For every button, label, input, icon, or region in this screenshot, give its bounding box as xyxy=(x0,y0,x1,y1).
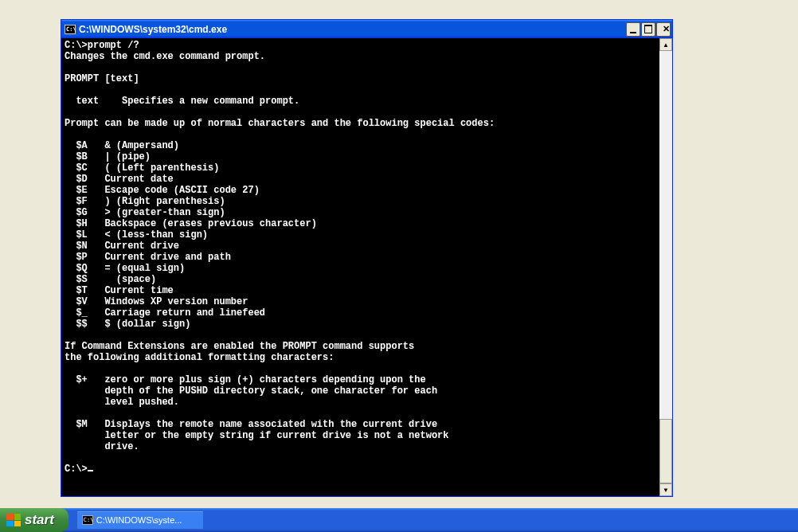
scroll-thumb[interactable] xyxy=(659,419,672,483)
minimize-button[interactable] xyxy=(626,22,640,37)
cmd-icon: C:\ xyxy=(82,515,93,525)
scroll-down-button[interactable]: ▼ xyxy=(659,483,672,496)
terminal-output[interactable]: C:\>prompt /? Changes the cmd.exe comman… xyxy=(61,38,659,496)
taskbar-item-label: C:\WINDOWS\syste... xyxy=(96,515,182,525)
close-button[interactable]: ✕ xyxy=(656,22,671,37)
cmd-icon: C:\ xyxy=(65,25,76,34)
scroll-track[interactable] xyxy=(659,51,672,483)
windows-logo-icon xyxy=(6,514,21,526)
titlebar[interactable]: C:\ C:\WINDOWS\system32\cmd.exe ✕ xyxy=(61,20,672,38)
start-button[interactable]: start xyxy=(0,508,68,532)
maximize-button[interactable] xyxy=(641,22,655,37)
window-title: C:\WINDOWS\system32\cmd.exe xyxy=(79,24,626,35)
vertical-scrollbar[interactable]: ▲ ▼ xyxy=(659,38,672,496)
window-controls: ✕ xyxy=(626,22,671,37)
client-area: C:\>prompt /? Changes the cmd.exe comman… xyxy=(61,38,672,496)
cmd-window: C:\ C:\WINDOWS\system32\cmd.exe ✕ C:\>pr… xyxy=(61,19,673,497)
cursor xyxy=(88,470,93,471)
scroll-up-button[interactable]: ▲ xyxy=(659,38,672,51)
taskbar-item-cmd[interactable]: C:\ C:\WINDOWS\syste... xyxy=(76,510,204,530)
taskbar: start C:\ C:\WINDOWS\syste... xyxy=(0,508,798,532)
start-label: start xyxy=(25,512,54,528)
